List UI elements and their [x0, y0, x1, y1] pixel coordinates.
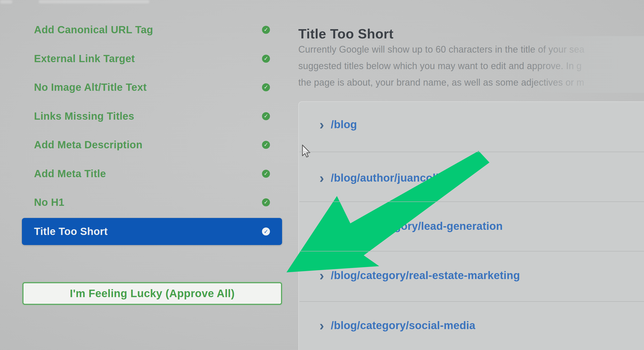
url-link[interactable]: gory/lead-generation [394, 220, 503, 232]
url-link[interactable]: /blog [331, 118, 357, 131]
checklist-item-label: Add Meta Description [34, 139, 142, 151]
check-badge-icon: ✓ [262, 198, 270, 206]
checklist-item-label: Links Missing Titles [34, 110, 134, 122]
checklist-item-label: No H1 [34, 197, 64, 208]
row-divider [299, 301, 644, 302]
checklist-item-add-canonical-url-tag[interactable]: Add Canonical URL Tag✓ [22, 23, 282, 36]
checklist-item-label: Add Canonical URL Tag [34, 24, 153, 36]
check-badge-icon: ✓ [262, 26, 270, 34]
checklist-item-label: No Image Alt/Title Text [34, 82, 147, 93]
url-row[interactable]: gory/lead-generation [394, 218, 503, 234]
description-line: Currently Google will show up to 60 char… [298, 41, 644, 58]
row-divider [299, 201, 644, 202]
url-row[interactable]: ›/blog/category/social-media [319, 318, 475, 333]
approve-all-button[interactable]: I'm Feeling Lucky (Approve All) [23, 282, 282, 305]
row-divider [299, 251, 644, 251]
url-link[interactable]: /blog/category/real-estate-marketing [331, 269, 520, 282]
checklist-item-no-image-alt-title-text[interactable]: No Image Alt/Title Text✓ [22, 81, 282, 94]
url-row[interactable]: ›/blog/category/real-estate-marketing [319, 268, 520, 283]
check-badge-icon: ✓ [262, 141, 270, 149]
check-badge-icon: ✓ [262, 170, 270, 178]
page-title: Title Too Short [298, 26, 394, 42]
chevron-right-icon[interactable]: › [319, 170, 324, 186]
top-light-streak [39, 0, 149, 3]
chevron-right-icon[interactable]: › [319, 318, 324, 333]
description-line: the page is about, your brand name, as w… [298, 74, 644, 91]
url-link[interactable]: /blog/category/social-media [331, 319, 475, 332]
check-badge-icon: ✓ [262, 112, 270, 120]
description-paragraph: Currently Google will show up to 60 char… [298, 41, 644, 91]
checklist-item-no-h1[interactable]: No H1✓ [22, 196, 282, 209]
url-link[interactable]: /blog/author/juancoli [331, 172, 439, 184]
top-light-blob [0, 0, 12, 4]
checklist-item-add-meta-title[interactable]: Add Meta Title✓ [22, 167, 282, 180]
checklist-item-label: Add Meta Title [34, 168, 106, 180]
checklist-item-label: Title Too Short [34, 226, 108, 237]
check-badge-icon: ✓ [262, 55, 270, 63]
checklist-item-title-too-short[interactable]: Title Too Short✓ [22, 218, 282, 245]
check-badge-icon: ✓ [262, 83, 270, 91]
row-divider [299, 152, 644, 152]
seo-audit-page: Add Canonical URL Tag✓External Link Targ… [0, 0, 644, 350]
description-line: suggested titles below which you may wan… [298, 58, 644, 74]
check-badge-icon: ✓ [262, 227, 270, 235]
checklist-item-external-link-target[interactable]: External Link Target✓ [22, 52, 282, 65]
checklist-item-links-missing-titles[interactable]: Links Missing Titles✓ [22, 110, 282, 123]
chevron-right-icon[interactable]: › [319, 268, 324, 283]
checklist-item-label: External Link Target [34, 53, 135, 64]
checklist-item-add-meta-description[interactable]: Add Meta Description✓ [22, 138, 282, 151]
url-row[interactable]: ›/blog/author/juancoli [319, 170, 439, 186]
chevron-right-icon[interactable]: › [319, 117, 324, 132]
url-row[interactable]: ›/blog [319, 117, 357, 132]
